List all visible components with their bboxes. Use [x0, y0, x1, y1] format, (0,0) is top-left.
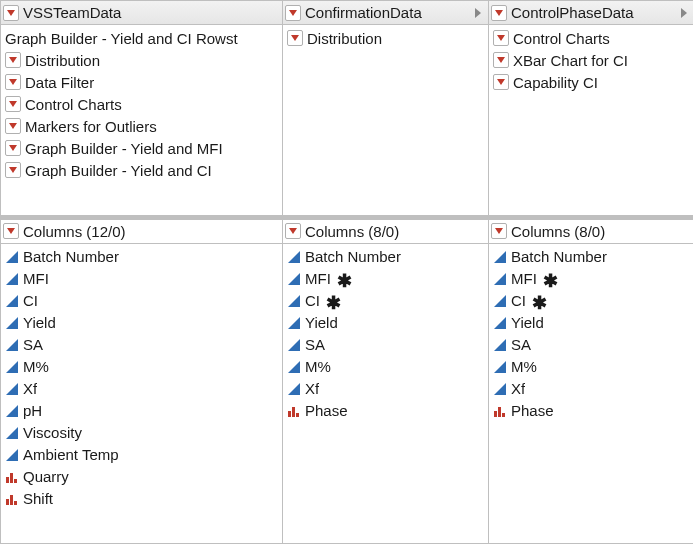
continuous-icon — [287, 272, 301, 286]
script-menu-icon[interactable] — [5, 74, 21, 90]
column-label: Phase — [305, 402, 348, 419]
column-row[interactable]: Ambient Temp — [3, 444, 280, 466]
script-menu-icon[interactable] — [5, 162, 21, 178]
columns-menu-icon[interactable] — [3, 223, 19, 239]
table-menu-icon[interactable] — [3, 5, 19, 21]
continuous-icon — [5, 448, 19, 462]
column-row[interactable]: CI — [3, 290, 280, 312]
script-row[interactable]: Control Charts — [491, 27, 692, 49]
panel-expand-icon[interactable] — [678, 1, 690, 25]
svg-marker-8 — [475, 8, 481, 18]
script-menu-icon[interactable] — [5, 118, 21, 134]
column-row[interactable]: M% — [285, 356, 486, 378]
column-row[interactable]: M% — [3, 356, 280, 378]
column-row[interactable]: MFI — [3, 268, 280, 290]
script-menu-icon[interactable] — [493, 74, 509, 90]
svg-rect-31 — [14, 501, 17, 505]
continuous-icon — [493, 338, 507, 352]
script-label: Data Filter — [25, 74, 94, 91]
script-menu-icon[interactable] — [493, 52, 509, 68]
column-row[interactable]: Phase — [491, 400, 692, 422]
script-label: Control Charts — [513, 30, 610, 47]
table-panel-header[interactable]: VSSTeamData — [1, 1, 282, 25]
columns-menu-icon[interactable] — [285, 223, 301, 239]
script-menu-icon[interactable] — [5, 52, 21, 68]
scripts-list: Graph Builder - Yield and CI RowstDistri… — [1, 25, 282, 215]
column-label: Xf — [511, 380, 525, 397]
column-row[interactable]: SA — [491, 334, 692, 356]
script-label: Graph Builder - Yield and MFI — [25, 140, 223, 157]
script-label: Graph Builder - Yield and CI — [25, 162, 212, 179]
column-label: SA — [511, 336, 531, 353]
script-row[interactable]: Distribution — [3, 49, 280, 71]
script-label: Markers for Outliers — [25, 118, 157, 135]
columns-panel-header[interactable]: Columns (12/0) — [1, 220, 282, 244]
svg-marker-16 — [6, 251, 18, 263]
columns-menu-icon[interactable] — [491, 223, 507, 239]
column-row[interactable]: Quarry — [3, 466, 280, 488]
continuous-icon — [493, 294, 507, 308]
svg-marker-20 — [6, 339, 18, 351]
columns-list: Batch NumberMFI✱CI✱YieldSAM%XfPhase — [283, 244, 488, 544]
table-panel-header[interactable]: ControlPhaseData — [489, 1, 693, 25]
column-label: SA — [305, 336, 325, 353]
script-row[interactable]: Graph Builder - Yield and CI — [3, 159, 280, 181]
table-menu-icon[interactable] — [285, 5, 301, 21]
column-row[interactable]: CI✱ — [491, 290, 692, 312]
column-row[interactable]: Yield — [3, 312, 280, 334]
columns-panel-header[interactable]: Columns (8/0) — [283, 220, 488, 244]
columns-panel-header[interactable]: Columns (8/0) — [489, 220, 693, 244]
script-label: Control Charts — [25, 96, 122, 113]
svg-marker-17 — [6, 273, 18, 285]
script-menu-icon[interactable] — [5, 140, 21, 156]
column-row[interactable]: Phase — [285, 400, 486, 422]
svg-marker-33 — [288, 251, 300, 263]
script-row[interactable]: Distribution — [285, 27, 486, 49]
column-row[interactable]: SA — [3, 334, 280, 356]
column-row[interactable]: Yield — [285, 312, 486, 334]
column-row[interactable]: Batch Number — [3, 246, 280, 268]
columns-title: Columns (12/0) — [23, 223, 278, 240]
script-row[interactable]: Graph Builder - Yield and MFI — [3, 137, 280, 159]
script-row[interactable]: Capability CI — [491, 71, 692, 93]
column-row[interactable]: Yield — [491, 312, 692, 334]
table-panel-header[interactable]: ConfirmationData — [283, 1, 488, 25]
script-row-plain[interactable]: Graph Builder - Yield and CI Rowst — [3, 27, 280, 49]
svg-marker-4 — [9, 123, 17, 129]
column-label: MFI — [305, 270, 331, 287]
script-row[interactable]: Control Charts — [3, 93, 280, 115]
panel-expand-icon[interactable] — [472, 1, 484, 25]
columns-list: Batch NumberMFICIYieldSAM%XfpHViscosityA… — [1, 244, 282, 544]
script-menu-icon[interactable] — [287, 30, 303, 46]
script-menu-icon[interactable] — [5, 96, 21, 112]
column-row[interactable]: Batch Number — [285, 246, 486, 268]
script-menu-icon[interactable] — [493, 30, 509, 46]
column-row[interactable]: SA — [285, 334, 486, 356]
column-row[interactable]: MFI✱ — [491, 268, 692, 290]
column-row[interactable]: Viscosity — [3, 422, 280, 444]
svg-marker-37 — [288, 339, 300, 351]
column-label: MFI — [23, 270, 49, 287]
continuous-icon — [287, 316, 301, 330]
column-row[interactable]: Xf — [285, 378, 486, 400]
column-row[interactable]: Shift — [3, 488, 280, 510]
column-row[interactable]: CI✱ — [285, 290, 486, 312]
column-row[interactable]: pH — [3, 400, 280, 422]
column-label: Yield — [305, 314, 338, 331]
column-label: CI — [511, 292, 526, 309]
table-menu-icon[interactable] — [491, 5, 507, 21]
script-row[interactable]: Markers for Outliers — [3, 115, 280, 137]
formula-icon: ✱ — [326, 296, 341, 310]
column-row[interactable]: Xf — [491, 378, 692, 400]
column-row[interactable]: MFI✱ — [285, 268, 486, 290]
continuous-icon — [5, 250, 19, 264]
column-row[interactable]: Xf — [3, 378, 280, 400]
column-row[interactable]: M% — [491, 356, 692, 378]
column-row[interactable]: Batch Number — [491, 246, 692, 268]
column-label: Xf — [23, 380, 37, 397]
column-label: SA — [23, 336, 43, 353]
svg-rect-28 — [14, 479, 17, 483]
script-row[interactable]: XBar Chart for CI — [491, 49, 692, 71]
nominal-icon — [493, 404, 507, 418]
script-row[interactable]: Data Filter — [3, 71, 280, 93]
